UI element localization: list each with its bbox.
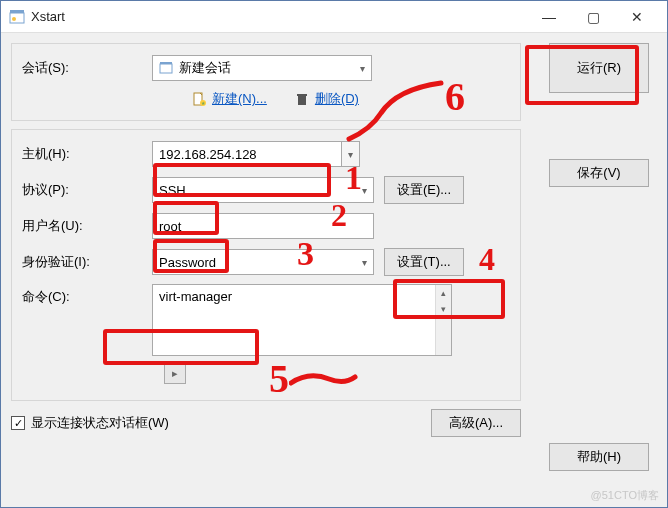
delete-session-button[interactable]: 删除(D) — [295, 90, 359, 108]
auth-value: Password — [159, 255, 216, 270]
maximize-button[interactable]: ▢ — [571, 4, 615, 30]
svg-rect-8 — [298, 96, 306, 105]
host-field-wrap: ▾ — [152, 141, 360, 167]
protocol-select[interactable]: SSH ▾ — [152, 177, 374, 203]
session-icon — [159, 61, 173, 75]
command-textarea[interactable]: virt-manager ▴ ▾ — [152, 284, 452, 356]
show-status-checkbox[interactable]: ✓ — [11, 416, 25, 430]
minimize-button[interactable]: — — [527, 4, 571, 30]
svg-rect-4 — [160, 62, 172, 64]
svg-rect-1 — [10, 10, 24, 13]
command-value: virt-manager — [159, 289, 232, 304]
username-input[interactable] — [152, 213, 374, 239]
scroll-down-icon: ▾ — [436, 301, 451, 317]
trash-icon — [295, 92, 309, 106]
svg-point-2 — [12, 17, 16, 21]
host-label: 主机(H): — [22, 145, 152, 163]
action-column: 运行(R) 保存(V) 帮助(H) — [549, 43, 649, 187]
svg-rect-0 — [10, 13, 24, 23]
session-value: 新建会话 — [179, 59, 231, 77]
connection-group: 主机(H): ▾ 协议(P): SSH ▾ 设置(E)... 用户名(U): — [11, 129, 521, 401]
svg-rect-9 — [297, 94, 307, 96]
chevron-down-icon: ▾ — [362, 257, 367, 268]
save-button[interactable]: 保存(V) — [549, 159, 649, 187]
protocol-label: 协议(P): — [22, 181, 152, 199]
svg-rect-3 — [160, 64, 172, 73]
help-button[interactable]: 帮助(H) — [549, 443, 649, 471]
run-button[interactable]: 运行(R) — [549, 43, 649, 93]
session-label: 会话(S): — [22, 59, 152, 77]
window-title: Xstart — [31, 9, 527, 24]
xstart-window: Xstart — ▢ ✕ 运行(R) 保存(V) 帮助(H) 会话(S): — [0, 0, 668, 508]
new-file-icon: ★ — [192, 92, 206, 106]
auth-select[interactable]: Password ▾ — [152, 249, 374, 275]
username-label: 用户名(U): — [22, 217, 152, 235]
show-status-checkbox-row: ✓ 显示连接状态对话框(W) — [11, 414, 169, 432]
command-menu-button[interactable]: ▸ — [164, 362, 186, 384]
session-group: 会话(S): 新建会话 ▾ — [11, 43, 521, 121]
titlebar: Xstart — ▢ ✕ — [1, 1, 667, 33]
session-combo[interactable]: 新建会话 ▾ — [152, 55, 372, 81]
scroll-up-icon: ▴ — [436, 285, 451, 301]
chevron-down-icon: ▾ — [362, 185, 367, 196]
new-session-label: 新建(N)... — [212, 90, 267, 108]
app-icon — [9, 9, 25, 25]
advanced-button[interactable]: 高级(A)... — [431, 409, 521, 437]
show-status-label: 显示连接状态对话框(W) — [31, 414, 169, 432]
host-dropdown-button[interactable]: ▾ — [342, 141, 360, 167]
client-area: 运行(R) 保存(V) 帮助(H) 会话(S): 新建会话 — [1, 33, 667, 507]
close-button[interactable]: ✕ — [615, 4, 659, 30]
host-input[interactable] — [152, 141, 342, 167]
command-label: 命令(C): — [22, 284, 152, 306]
chevron-down-icon: ▾ — [360, 63, 365, 74]
new-session-button[interactable]: ★ 新建(N)... — [192, 90, 267, 108]
protocol-settings-button[interactable]: 设置(E)... — [384, 176, 464, 204]
auth-label: 身份验证(I): — [22, 253, 152, 271]
delete-session-label: 删除(D) — [315, 90, 359, 108]
session-toolbar: ★ 新建(N)... 删除(D) — [192, 90, 510, 108]
protocol-value: SSH — [159, 183, 186, 198]
watermark: @51CTO博客 — [591, 488, 659, 503]
command-scrollbar[interactable]: ▴ ▾ — [435, 285, 451, 355]
auth-settings-button[interactable]: 设置(T)... — [384, 248, 464, 276]
window-controls: — ▢ ✕ — [527, 4, 659, 30]
